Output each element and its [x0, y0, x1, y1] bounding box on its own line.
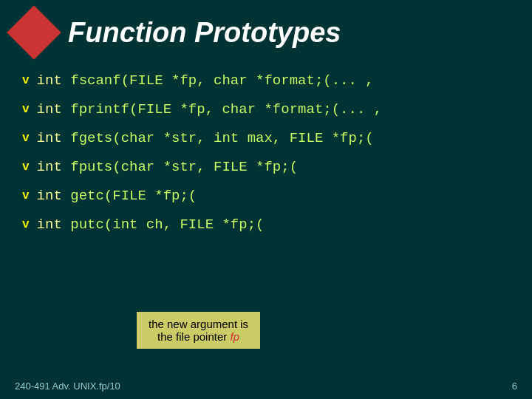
keyword-2: int: [37, 101, 62, 117]
title-diamond: [7, 5, 61, 60]
footer-left: 240-491 Adv. UNIX.fp/10: [15, 381, 120, 392]
bullet-1: v: [22, 74, 30, 87]
code-text-2: int fprintf(FILE *fp, char *format;(... …: [37, 101, 383, 117]
keyword-5: int: [37, 188, 62, 204]
keyword-3: int: [37, 130, 62, 146]
content-area: v int fscanf(FILE *fp, char *format;(...…: [0, 59, 532, 247]
code-text-6: int putc(int ch, FILE *fp;(: [37, 216, 265, 233]
footer: 240-491 Adv. UNIX.fp/10 6: [15, 381, 517, 392]
code-line-1: v int fscanf(FILE *fp, char *format;(...…: [22, 66, 517, 94]
bullet-6: v: [22, 218, 30, 231]
code-text-1: int fscanf(FILE *fp, char *format;(... ,: [37, 72, 374, 89]
tooltip-line2: the file pointer fp: [149, 330, 248, 343]
keyword-4: int: [37, 159, 62, 175]
code-line-5: v int getc(FILE *fp;(: [22, 182, 517, 209]
keyword-1: int: [37, 72, 62, 89]
code-text-4: int fputs(char *str, FILE *fp;(: [37, 159, 298, 175]
tooltip-line1: the new argument is: [149, 318, 248, 330]
footer-right: 6: [512, 381, 517, 392]
page-title: Function Prototypes: [68, 17, 341, 49]
bullet-2: v: [22, 103, 30, 116]
bullet-5: v: [22, 189, 30, 202]
title-area: Function Prototypes: [0, 0, 532, 59]
bullet-3: v: [22, 132, 30, 145]
code-line-2: v int fprintf(FILE *fp, char *format;(..…: [22, 95, 517, 123]
tooltip-fp: fp: [230, 330, 239, 343]
code-line-3: v int fgets(char *str, int max, FILE *fp…: [22, 124, 517, 151]
bullet-4: v: [22, 160, 30, 174]
code-line-6: v int putc(int ch, FILE *fp;(: [22, 211, 517, 238]
keyword-6: int: [37, 216, 62, 233]
code-text-5: int getc(FILE *fp;(: [37, 188, 197, 204]
tooltip-box: the new argument is the file pointer fp: [137, 312, 260, 349]
code-line-4: v int fputs(char *str, FILE *fp;(: [22, 153, 517, 180]
tooltip-line2-text: the file pointer: [157, 330, 230, 343]
code-text-3: int fgets(char *str, int max, FILE *fp;(: [37, 130, 374, 146]
